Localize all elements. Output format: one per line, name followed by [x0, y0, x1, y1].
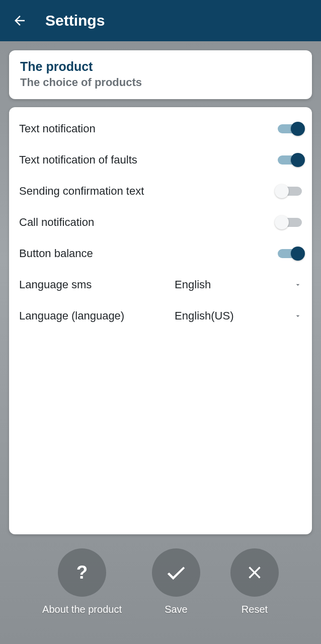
content-area: The product The choice of products Text …: [0, 41, 321, 543]
back-button[interactable]: [9, 10, 30, 31]
toggle-call-notification[interactable]: [278, 218, 302, 227]
reset-button[interactable]: Reset: [230, 548, 279, 615]
chevron-down-icon: [294, 281, 302, 289]
toggle-text-notification[interactable]: [278, 124, 302, 133]
setting-label: Call notification: [19, 216, 94, 229]
about-button[interactable]: ? About the product: [42, 548, 122, 615]
settings-card: Text notification Text notification of f…: [9, 107, 312, 534]
action-label: Reset: [242, 604, 268, 615]
dropdown-language-language[interactable]: English(US): [175, 309, 302, 323]
toggle-text-notification-faults[interactable]: [278, 155, 302, 165]
check-icon: [152, 548, 200, 597]
action-label: About the product: [42, 604, 122, 615]
setting-row-sending-confirmation: Sending confirmation text: [18, 176, 303, 207]
product-title: The product: [20, 59, 301, 74]
setting-label: Language sms: [19, 278, 175, 291]
arrow-left-icon: [12, 13, 27, 28]
setting-row-language-sms: Language sms English: [18, 269, 303, 300]
setting-row-text-notification-faults: Text notification of faults: [18, 144, 303, 176]
setting-row-button-balance: Button balance: [18, 238, 303, 269]
setting-label: Language (language): [19, 309, 175, 323]
app-bar: Settings: [0, 0, 321, 41]
svg-text:?: ?: [76, 562, 88, 583]
setting-row-language-language: Language (language) English(US): [18, 300, 303, 332]
question-icon: ?: [58, 548, 106, 597]
close-icon: [230, 548, 279, 597]
setting-label: Text notification of faults: [19, 153, 137, 167]
setting-label: Text notification: [19, 122, 96, 135]
chevron-down-icon: [294, 312, 302, 320]
dropdown-language-sms[interactable]: English: [175, 278, 302, 291]
page-title: Settings: [45, 12, 105, 29]
setting-row-text-notification: Text notification: [18, 113, 303, 144]
toggle-button-balance[interactable]: [278, 249, 302, 258]
product-subtitle: The choice of products: [20, 76, 301, 89]
product-card[interactable]: The product The choice of products: [9, 50, 312, 99]
setting-label: Sending confirmation text: [19, 185, 144, 198]
dropdown-value: English(US): [175, 309, 233, 323]
bottom-actions: ? About the product Save Reset: [0, 543, 321, 644]
toggle-sending-confirmation[interactable]: [278, 187, 302, 196]
setting-label: Button balance: [19, 247, 93, 260]
save-button[interactable]: Save: [152, 548, 200, 615]
setting-row-call-notification: Call notification: [18, 207, 303, 238]
dropdown-value: English: [175, 278, 211, 291]
action-label: Save: [165, 604, 188, 615]
